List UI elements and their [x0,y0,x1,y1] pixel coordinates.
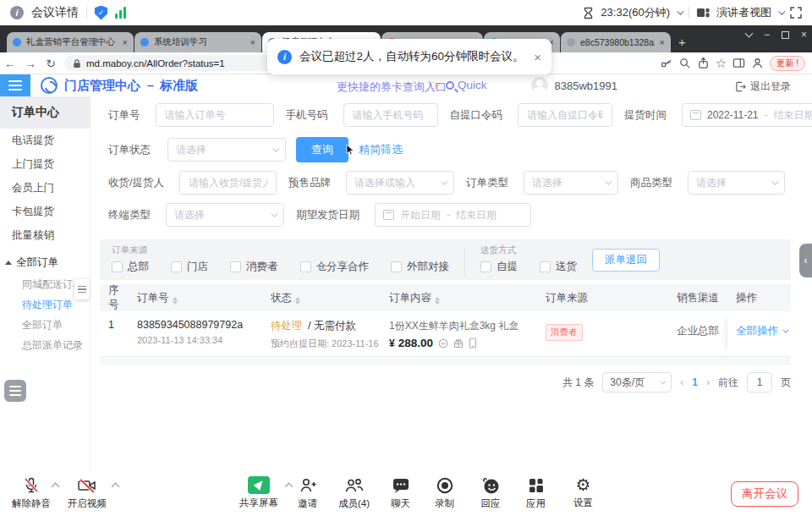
unmute-button[interactable]: 解除静音 [12,476,51,510]
simple-filter-link[interactable]: 精简筛选 [359,142,403,157]
bookmark-star-icon[interactable]: ☆ [716,56,727,71]
share-screen-button[interactable]: 共享屏幕 [239,476,278,509]
tab-close-icon[interactable]: × [123,37,128,47]
side-panel-handle[interactable]: ‹ [799,244,812,277]
row-actions-dropdown[interactable]: 全部操作 [736,319,791,338]
browser-tab[interactable]: 礼盒营销平台管理中心 × [7,32,134,52]
col-order-no[interactable]: 订单号 [129,291,262,305]
back-icon[interactable]: ← [0,57,20,70]
fullscreen-icon[interactable] [790,7,802,19]
timer-chevron-down-icon[interactable] [677,8,683,14]
pickup-code-input[interactable] [518,103,612,127]
page-size-select[interactable]: 30条/页 [602,372,672,392]
toast-close-icon[interactable]: × [534,50,541,64]
sort-icon[interactable] [173,297,178,305]
order-status-select[interactable]: 请选择 [167,138,286,162]
checkbox[interactable] [230,261,241,272]
quick-search-link[interactable]: Quick [446,79,487,91]
next-page-icon[interactable]: ‹ [706,376,710,388]
tab-close-icon[interactable]: × [250,37,255,47]
prev-page-icon[interactable]: ‹ [680,376,683,388]
share-options-caret[interactable] [285,483,294,491]
browser-tab[interactable]: e8c573980b1328a258fd2e6f8 × [561,32,671,52]
tab-close-icon[interactable]: × [660,37,665,47]
sidebar-drag-handle[interactable] [74,279,90,299]
sidebar-item-phone-pickup[interactable]: 电话提货 [0,129,90,152]
sidebar-item-member-visit[interactable]: 会员上门 [0,176,90,200]
checkbox-source-store[interactable]: 门店 [171,260,208,274]
meeting-details-label[interactable]: 会议详情 [31,5,79,20]
logout-button[interactable]: 退出登录 [735,80,791,94]
record-button[interactable]: 录制 [435,476,454,510]
mic-options-caret[interactable] [52,483,60,491]
checkbox-delivery-deliver[interactable]: 送货 [540,260,577,274]
sidebar-item-hq-dispatch-records[interactable]: 总部派单记录 [0,335,90,355]
presale-brand-select[interactable]: 请选择或输入 [346,171,454,195]
window-minimize-button[interactable]: − [764,29,770,41]
apps-button[interactable]: 应用 [526,476,546,510]
browser-update-button[interactable]: 更新 ! [770,56,805,71]
settings-button[interactable]: ⚙ 设置 [573,476,593,509]
terminal-type-select[interactable]: 请选择 [166,203,284,227]
current-page[interactable]: 1 [692,376,698,388]
pickup-time-range[interactable]: 2022-11-21 - 结束日期 [682,103,812,127]
expected-ship-date-range[interactable]: 开始日期 - 结束日期 [375,203,531,227]
reload-icon[interactable]: ↻ [41,57,61,70]
col-content[interactable]: 订单内容 [381,291,537,305]
profile-icon[interactable] [751,57,764,69]
sort-icon[interactable] [295,297,300,305]
order-type-select[interactable]: 请选择 [524,171,618,195]
view-mode-label[interactable]: 演讲者视图 [716,5,771,20]
sidebar-item-all-orders[interactable]: 全部订单 [0,315,90,335]
reaction-button[interactable]: 回应 [480,476,501,510]
col-status[interactable]: 状态 [262,291,381,305]
share-icon[interactable] [697,57,710,69]
meeting-security-shield-icon[interactable]: ✓ [95,6,107,20]
forward-icon[interactable]: → [20,57,41,70]
leave-meeting-button[interactable]: 离开会议 [731,481,798,507]
checkbox[interactable] [540,261,551,272]
window-maximize-button[interactable] [782,31,789,39]
receiver-input[interactable] [179,171,277,195]
network-signal-icon[interactable] [115,7,126,19]
zoom-icon[interactable] [678,57,691,69]
start-video-button[interactable]: 开启视频 [68,476,107,510]
invite-button[interactable]: 邀请 [298,476,317,510]
meeting-info-icon[interactable]: i [10,6,24,19]
checkbox[interactable] [300,261,311,272]
checkbox-source-hq[interactable]: 总部 [112,260,149,274]
side-panel-icon[interactable] [732,57,745,69]
dispatch-return-button[interactable]: 派单退回 [592,249,660,272]
sidebar-group-all-orders[interactable]: 全部订单 [0,250,90,274]
goods-type-select[interactable]: 请选择 [688,171,785,195]
sidebar-toggle-button[interactable] [0,74,30,96]
checkbox[interactable] [112,261,123,272]
checkbox[interactable] [480,261,491,272]
video-options-caret[interactable] [112,483,120,491]
sort-icon[interactable] [435,297,440,305]
new-tab-button[interactable]: + [678,35,686,52]
order-no-input[interactable] [156,103,274,127]
goto-page-input[interactable] [747,372,772,392]
phone-input[interactable] [343,103,438,127]
chat-button[interactable]: 聊天 [391,476,410,510]
browser-tab[interactable]: 系统培训学习 × [134,32,261,52]
sidebar-item-card-pickup[interactable]: 卡包提货 [0,200,90,223]
floating-list-button[interactable] [4,380,26,402]
sidebar-item-door-pickup[interactable]: 上门提货 [0,152,90,176]
members-button[interactable]: 成员(4) [338,476,370,510]
sidebar-item-batch-verify[interactable]: 批量核销 [0,223,90,247]
user-avatar[interactable] [531,77,548,94]
checkbox-source-warehouse-coop[interactable]: 仓分享合作 [300,260,370,274]
checkbox[interactable] [171,261,182,272]
table-row[interactable]: 1 83859345088979792a 2023-11-13 14:33:34… [100,311,791,357]
search-button[interactable]: 查询 [296,137,348,162]
view-chevron-down-icon[interactable] [778,8,785,14]
key-icon[interactable] [660,57,672,69]
checkbox-delivery-pickup[interactable]: 自提 [480,260,518,274]
checkbox-source-external[interactable]: 外部对接 [391,260,449,274]
checkbox[interactable] [391,261,402,272]
window-menu-chevron-icon[interactable] [745,30,754,38]
checkbox-source-consumer[interactable]: 消费者 [230,260,278,274]
window-close-button[interactable]: × [801,29,807,41]
